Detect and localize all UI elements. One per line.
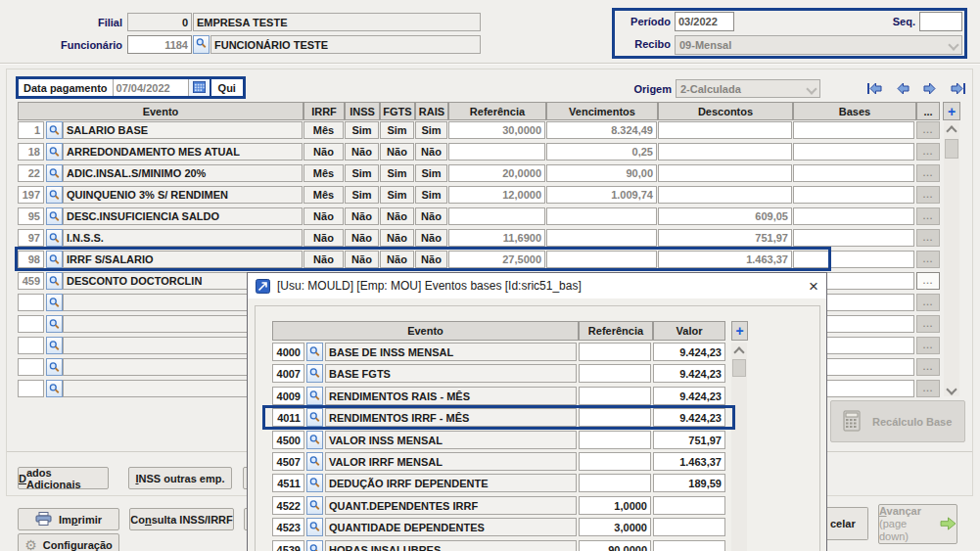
valor-cell[interactable] (653, 518, 725, 536)
column-header-fgts[interactable]: FGTS (380, 102, 415, 120)
event-lookup-button[interactable] (306, 408, 323, 427)
event-name-cell[interactable]: BASE FGTS (325, 364, 577, 383)
event-name-cell[interactable]: VALOR INSS MENSAL (325, 431, 577, 449)
row-options-button[interactable]: ... (916, 294, 940, 311)
row-options-button[interactable]: ... (916, 186, 940, 204)
bases-cell[interactable] (793, 164, 914, 182)
event-lookup-button[interactable] (46, 294, 63, 311)
event-name-cell[interactable]: VALOR IRRF MENSAL (325, 452, 577, 471)
row-options-button[interactable]: ... (916, 121, 940, 139)
referencia-cell[interactable]: 27,5000 (448, 251, 545, 268)
bases-cell[interactable] (793, 143, 914, 161)
referencia-cell[interactable] (579, 474, 651, 492)
row-options-button[interactable]: ... (916, 315, 940, 333)
event-lookup-button[interactable] (306, 474, 323, 492)
event-lookup-button[interactable] (46, 251, 63, 268)
column-header-irrf[interactable]: IRRF (303, 102, 345, 120)
valor-cell[interactable]: 9.424,23 (653, 387, 725, 405)
row-options-button[interactable]: ... (916, 164, 940, 182)
popup-column-header-evento[interactable]: Evento (272, 321, 579, 341)
bases-cell[interactable] (793, 207, 914, 225)
event-name-cell[interactable]: QUANT.DEPENDENTES IRRF (325, 496, 577, 515)
popup-column-header-referencia[interactable]: Referência (579, 321, 653, 341)
valor-cell[interactable]: 1.463,37 (653, 452, 725, 471)
row-options-button[interactable]: ... (916, 358, 940, 376)
vencimentos-cell[interactable]: 8.324,49 (546, 121, 657, 139)
add-row-button[interactable]: + (943, 102, 960, 120)
column-header-vencimentos[interactable]: Vencimentos (546, 102, 658, 120)
referencia-cell[interactable]: 3,0000 (579, 518, 651, 536)
event-lookup-button[interactable] (46, 358, 63, 376)
descontos-cell[interactable]: 609,05 (658, 207, 792, 225)
popup-title-bar[interactable]: [Usu: MOULD] [Emp: MOU] Eventos bases [I… (248, 273, 826, 298)
event-name-cell[interactable]: QUINQUENIO 3% S/ RENDIMEN (63, 186, 303, 204)
column-header-evento[interactable]: Evento (18, 102, 303, 120)
popup-scroll-up-icon[interactable] (735, 346, 743, 358)
event-lookup-button[interactable] (46, 272, 63, 290)
event-lookup-button[interactable] (46, 143, 63, 161)
descontos-cell[interactable] (658, 143, 792, 161)
event-name-cell[interactable]: SALARIO BASE (63, 121, 303, 139)
nav-previous-button[interactable] (893, 79, 912, 97)
main-table-scrollbar[interactable] (944, 121, 959, 396)
event-name-cell[interactable]: RENDIMENTOS RAIS - MÊS (325, 387, 577, 405)
valor-cell[interactable]: 9.424,23 (653, 343, 725, 361)
data-pagamento-field[interactable]: 07/04/2022 (113, 79, 188, 96)
referencia-cell[interactable] (579, 431, 651, 449)
event-lookup-button[interactable] (306, 518, 323, 536)
valor-cell[interactable] (653, 540, 725, 551)
recibo-dropdown[interactable]: 09-Mensal (675, 35, 962, 55)
column-header-rais[interactable]: RAIS (415, 102, 448, 120)
scrollbar-thumb[interactable] (945, 139, 958, 159)
event-lookup-button[interactable] (46, 186, 63, 204)
event-name-cell[interactable]: ARREDONDAMENTO MES ATUAL (63, 143, 303, 161)
avancar-button[interactable]: Avançar (page down) (878, 504, 957, 544)
recalculo-base-button[interactable]: Recálculo Base (830, 400, 965, 442)
column-header-referencia[interactable]: Referência (448, 102, 546, 120)
event-lookup-button[interactable] (46, 337, 63, 354)
inss-outras-emp-button[interactable]: INSS outras emp. (128, 467, 232, 489)
event-name-cell[interactable]: RENDIMENTOS IRRF - MÊS (325, 408, 577, 427)
event-name-cell[interactable]: HORAS INSALUBRES (325, 540, 577, 551)
popup-scrollbar-thumb[interactable] (732, 359, 746, 377)
vencimentos-cell[interactable] (546, 251, 657, 268)
event-lookup-button[interactable] (306, 343, 323, 361)
event-lookup-button[interactable] (306, 364, 323, 383)
close-icon[interactable]: × (809, 279, 818, 294)
event-lookup-button[interactable] (46, 164, 63, 182)
imprimir-button[interactable]: Imprimir (18, 508, 119, 530)
event-name-cell[interactable]: BASE DE INSS MENSAL (325, 343, 577, 361)
event-lookup-button[interactable] (306, 540, 323, 551)
referencia-cell[interactable] (448, 207, 545, 225)
popup-scrollbar[interactable] (731, 343, 747, 551)
valor-cell[interactable]: 9.424,23 (653, 408, 725, 427)
bases-cell[interactable] (793, 121, 914, 139)
funcionario-code-field[interactable]: 1184 (127, 35, 192, 54)
vencimentos-cell[interactable] (546, 229, 657, 247)
configuracao-button[interactable]: ⚙ Configuração (18, 533, 119, 551)
row-options-button[interactable]: ... (916, 380, 940, 397)
cancelar-button-partial[interactable]: celar (827, 507, 868, 540)
row-options-button[interactable]: ... (916, 207, 940, 225)
event-lookup-button[interactable] (306, 431, 323, 449)
dados-adicionais-button[interactable]: Dados Adicionais (18, 467, 109, 489)
event-lookup-button[interactable] (306, 387, 323, 405)
row-options-button[interactable]: ... (916, 143, 940, 161)
consulta-inss-irrf-button[interactable]: Consulta INSS/IRRF (129, 508, 234, 530)
referencia-cell[interactable] (579, 343, 651, 361)
event-name-cell[interactable]: IRRF S/SALARIO (63, 251, 303, 268)
event-lookup-button[interactable] (46, 315, 63, 333)
column-header-bases[interactable]: Bases (793, 102, 916, 120)
event-name-cell[interactable]: QUANTIDADE DEPENDENTES (325, 518, 577, 536)
referencia-cell[interactable] (579, 387, 651, 405)
event-name-cell[interactable]: DEDUÇÃO IRRF DEPENDENTE (325, 474, 577, 492)
event-lookup-button[interactable] (46, 229, 63, 247)
periodo-field[interactable]: 03/2022 (675, 12, 734, 31)
nav-last-button[interactable] (948, 79, 967, 97)
filial-code-field[interactable]: 0 (127, 13, 192, 31)
valor-cell[interactable] (653, 496, 725, 515)
column-header-dots[interactable]: ... (916, 102, 940, 120)
referencia-cell[interactable] (579, 408, 651, 427)
referencia-cell[interactable] (579, 364, 651, 383)
referencia-cell[interactable]: 11,6900 (448, 229, 545, 247)
